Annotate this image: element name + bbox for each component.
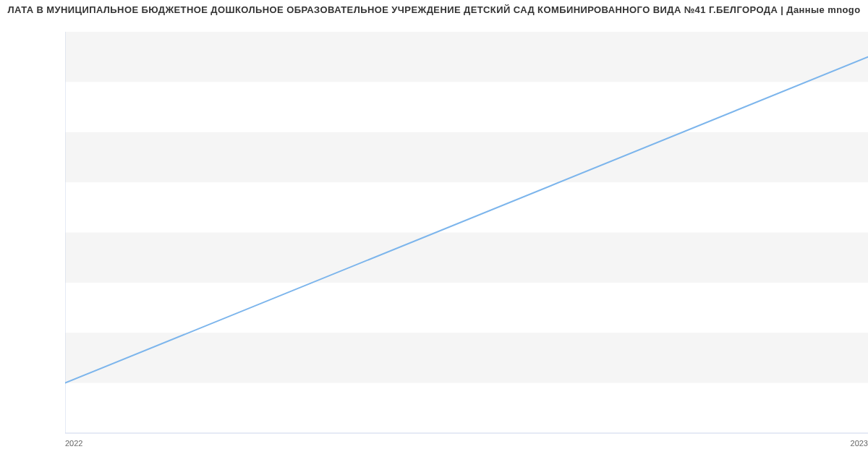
grid-band (65, 333, 868, 383)
grid-band (65, 32, 868, 82)
chart-container: ЛАТА В МУНИЦИПАЛЬНОЕ БЮДЖЕТНОЕ ДОШКОЛЬНО… (0, 0, 868, 470)
x-tick-label: 2023 (851, 439, 868, 448)
chart-svg: 1400016000180002000022000240002600028000… (65, 32, 868, 458)
grid-band (65, 132, 868, 182)
plot-area: 1400016000180002000022000240002600028000… (65, 32, 868, 433)
chart-title: ЛАТА В МУНИЦИПАЛЬНОЕ БЮДЖЕТНОЕ ДОШКОЛЬНО… (0, 4, 868, 15)
grid-band (65, 233, 868, 283)
x-tick-label: 2022 (65, 439, 82, 448)
